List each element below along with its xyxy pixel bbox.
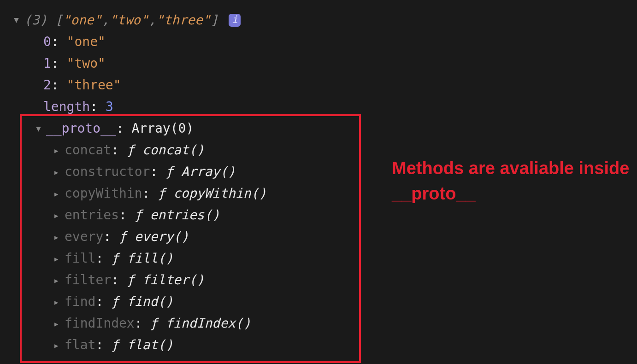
method-row[interactable]: flat : ƒ flat() [14,334,623,356]
array-preview-sep-1: , [148,9,156,31]
bracket-close: ] [211,9,218,31]
method-name: concat [65,139,111,161]
index-value: "two" [67,53,106,74]
length-value: 3 [106,96,113,117]
array-preview-sep-0: , [102,9,110,31]
method-name: copyWithin [65,182,142,204]
length-row[interactable]: length : 3 [14,96,623,117]
function-icon: ƒ [158,182,165,204]
chevron-down-icon[interactable] [36,122,46,135]
proto-value: Array(0) [131,117,194,139]
array-preview-item-1: "two" [109,9,148,31]
method-fn: Array() [181,161,236,182]
function-icon: ƒ [119,226,127,247]
chevron-right-icon[interactable] [54,273,65,287]
array-header-row[interactable]: (3) [ "one" , "two" , "three" ] i [14,9,623,31]
function-icon: ƒ [127,269,135,291]
method-name: entries [65,204,119,226]
method-fn: findIndex() [165,312,251,334]
array-index-row[interactable]: 1 : "two" [14,53,623,74]
array-count: (3) [24,9,47,31]
method-row[interactable]: findIndex : ƒ findIndex() [14,312,623,334]
index-value: "one" [67,31,106,53]
method-row[interactable]: filter : ƒ filter() [14,269,623,291]
method-name: find [65,291,95,312]
method-fn: fill() [127,247,173,269]
annotation-text: Methods are avaliable inside __proto__ [392,156,637,206]
method-name: every [65,226,103,247]
chevron-right-icon[interactable] [54,317,65,330]
index-key: 0 [43,31,51,53]
function-icon: ƒ [150,312,158,334]
method-name: fill [65,247,95,269]
method-row[interactable]: find : ƒ find() [14,291,623,312]
chevron-right-icon[interactable] [54,187,65,200]
array-preview-item-2: "three" [156,9,211,31]
method-fn: concat() [142,139,205,161]
method-fn: flat() [127,334,173,356]
method-row[interactable]: fill : ƒ fill() [14,247,623,269]
method-name: filter [65,269,111,291]
method-row[interactable]: entries : ƒ entries() [14,204,623,226]
index-key: 2 [43,74,51,96]
method-name: flat [65,334,95,356]
function-icon: ƒ [135,204,142,226]
chevron-right-icon[interactable] [54,165,65,179]
method-name: constructor [65,161,150,182]
function-icon: ƒ [111,247,119,269]
proto-row[interactable]: __proto__ : Array(0) [14,117,623,139]
chevron-right-icon[interactable] [54,230,65,244]
method-fn: find() [127,291,173,312]
function-icon: ƒ [111,291,119,312]
array-index-row[interactable]: 0 : "one" [14,31,623,53]
function-icon: ƒ [111,334,119,356]
length-key: length [43,96,90,117]
function-icon: ƒ [165,161,173,182]
method-name: findIndex [65,312,135,334]
bracket-open: [ [55,9,63,31]
index-key: 1 [43,53,51,74]
index-value: "three" [67,74,121,96]
chevron-right-icon[interactable] [54,252,65,265]
array-preview-item-0: "one" [63,9,101,31]
method-row[interactable]: every : ƒ every() [14,226,623,247]
method-fn: filter() [142,269,205,291]
chevron-right-icon[interactable] [54,338,65,352]
method-fn: every() [135,226,189,247]
method-fn: copyWithin() [173,182,266,204]
chevron-right-icon[interactable] [54,295,65,309]
proto-key: __proto__ [46,117,116,139]
chevron-down-icon[interactable] [14,13,24,27]
method-fn: entries() [150,204,220,226]
array-index-row[interactable]: 2 : "three" [14,74,623,96]
chevron-right-icon[interactable] [54,208,65,222]
info-icon[interactable]: i [229,14,241,27]
function-icon: ƒ [127,139,135,161]
chevron-right-icon[interactable] [54,143,65,157]
